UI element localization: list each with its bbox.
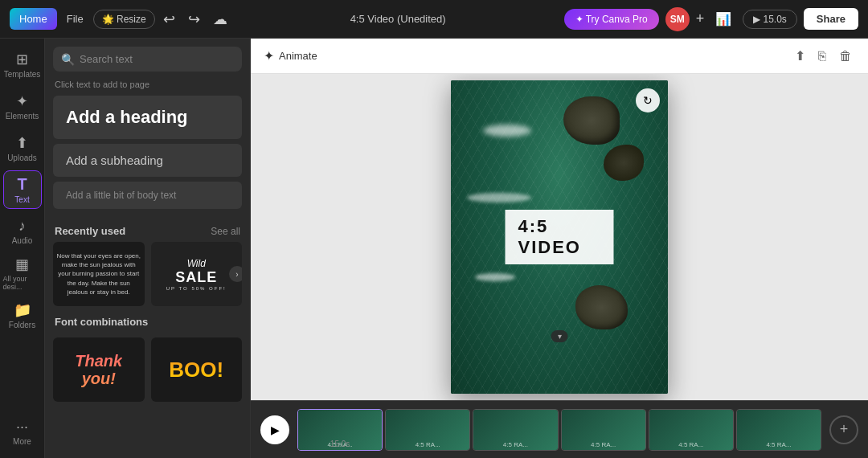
hide-timeline-icon: ▾ xyxy=(558,332,562,341)
all-designs-icon: ▦ xyxy=(15,256,29,273)
uploads-icon: ⬆ xyxy=(16,134,28,152)
add-subheading-button[interactable]: Add a subheading xyxy=(53,144,242,177)
font-combo-boo[interactable]: BOO! xyxy=(151,337,243,402)
document-title: 4:5 Video (Unedited) xyxy=(350,13,446,25)
cloud-save-button[interactable]: ☁ xyxy=(208,7,232,31)
timeline-track: 4:5 RA... 15.0s 4:5 RA... 4:5 RA... xyxy=(297,409,821,451)
sidebar-item-text[interactable]: T Text xyxy=(3,170,42,209)
upload-toolbar-button[interactable]: ⬆ xyxy=(792,45,809,67)
text-styles-section: Add a heading Add a subheading Add a lit… xyxy=(45,96,250,217)
animate-icon: ✦ xyxy=(264,48,274,63)
timeline-thumb-5[interactable]: 4:5 RA... xyxy=(649,409,734,451)
avatar[interactable]: SM xyxy=(665,7,690,31)
font-combos-title: Font combinations xyxy=(55,316,148,328)
timeline-play-button[interactable]: ▶ xyxy=(260,415,289,444)
timeline-thumb-3[interactable]: 4:5 RA... xyxy=(473,409,558,451)
canvas-viewport[interactable]: 4:5 VIDEO ↻ ▾ xyxy=(251,74,868,400)
add-body-text-button[interactable]: Add a little bit of body text xyxy=(53,182,242,209)
thumb-label-6: 4:5 RA... xyxy=(766,441,791,448)
sidebar-item-label: Text xyxy=(14,195,29,204)
boo-text: BOO! xyxy=(169,358,223,382)
redo-button[interactable]: ↪ xyxy=(183,7,205,31)
timeline-thumb-4[interactable]: 4:5 RA... xyxy=(561,409,646,451)
templates-icon: ⊞ xyxy=(16,51,28,68)
expand-arrow-button[interactable]: › xyxy=(229,266,242,282)
file-button[interactable]: File xyxy=(60,10,90,28)
sidebar-item-label: More xyxy=(13,437,31,446)
video-title-overlay[interactable]: 4:5 VIDEO xyxy=(506,210,614,264)
add-collaborator-button[interactable]: + xyxy=(696,10,705,27)
recent-text-item[interactable]: Now that your eyes are open, make the su… xyxy=(53,242,145,306)
thumb-label-4: 4:5 RA... xyxy=(591,441,616,448)
search-icon: 🔍 xyxy=(61,53,75,66)
recently-used-title: Recently used xyxy=(55,225,125,237)
topbar-center: 4:5 Video (Unedited) xyxy=(239,13,558,25)
sidebar-item-label: Templates xyxy=(4,70,41,79)
animate-button[interactable]: ✦ Animate xyxy=(264,48,317,63)
recent-wild-sale-item[interactable]: Wild SALE UP TO 50% OFF! › xyxy=(151,242,243,306)
video-title-text: 4:5 VIDEO xyxy=(518,216,601,258)
resize-button[interactable]: 🌟 Resize xyxy=(93,10,155,29)
sidebar-item-label: Uploads xyxy=(7,153,37,162)
sidebar-icons: ⊞ Templates ✦ Elements ⬆ Uploads T Text … xyxy=(0,39,45,458)
main-area: ⊞ Templates ✦ Elements ⬆ Uploads T Text … xyxy=(0,39,868,458)
recently-used-grid: Now that your eyes are open, make the su… xyxy=(45,242,250,316)
timeline-thumb-2[interactable]: 4:5 RA... xyxy=(385,409,470,451)
add-page-button[interactable]: + xyxy=(829,415,858,444)
thumb-label-3: 4:5 RA... xyxy=(503,441,528,448)
sidebar-item-audio[interactable]: ♪ Audio xyxy=(3,212,42,251)
share-button[interactable]: Share xyxy=(804,8,858,30)
thumb-inner-5: 4:5 RA... xyxy=(649,410,733,450)
more-icon: ··· xyxy=(16,419,28,436)
video-canvas: 4:5 VIDEO ↻ xyxy=(451,80,668,394)
sidebar-item-label: Folders xyxy=(9,321,35,329)
undo-button[interactable]: ↩ xyxy=(158,7,180,31)
search-input[interactable] xyxy=(80,47,234,72)
refresh-button[interactable]: ↻ xyxy=(636,88,660,112)
analytics-button[interactable]: 📊 xyxy=(710,8,736,30)
timeline: ▶ 4:5 RA... 15.0s 4:5 RA... 4:5 RA... xyxy=(251,400,868,458)
font-combinations-header: Font combinations xyxy=(45,316,250,333)
font-combos-grid: Thankyou! BOO! xyxy=(45,337,250,402)
recent-text-preview: Now that your eyes are open, make the su… xyxy=(53,248,145,300)
timeline-thumb-6[interactable]: 4:5 RA... xyxy=(736,409,821,451)
add-heading-button[interactable]: Add a heading xyxy=(53,96,242,139)
try-canva-pro-button[interactable]: ✦ Try Canva Pro xyxy=(564,9,659,30)
canvas-area: ✦ Animate ⬆ ⎘ 🗑 4:5 VIDEO xyxy=(251,39,868,458)
search-bar: 🔍 xyxy=(53,47,242,72)
canvas-toolbar-right: ⬆ ⎘ 🗑 xyxy=(792,45,855,67)
topbar-left: Home File 🌟 Resize ↩ ↪ ☁ xyxy=(10,7,232,31)
copy-toolbar-button[interactable]: ⎘ xyxy=(815,46,829,67)
wild-sale-preview: Wild SALE UP TO 50% OFF! xyxy=(166,258,227,291)
sidebar-item-label: All your desi... xyxy=(3,275,42,291)
sidebar-item-folders[interactable]: 📁 Folders xyxy=(3,296,42,334)
left-panel: 🔍 Click text to add to page Add a headin… xyxy=(45,39,251,458)
foam-2 xyxy=(467,193,531,202)
elements-icon: ✦ xyxy=(16,92,28,110)
hide-timeline-button[interactable]: ▾ xyxy=(551,330,568,342)
preview-play-button[interactable]: ▶ 15.0s xyxy=(743,10,797,29)
text-icon: T xyxy=(17,175,27,194)
sidebar-item-elements[interactable]: ✦ Elements xyxy=(3,87,42,125)
sidebar-item-all-designs[interactable]: ▦ All your desi... xyxy=(3,254,42,292)
delete-toolbar-button[interactable]: 🗑 xyxy=(836,46,855,67)
folders-icon: 📁 xyxy=(14,301,31,319)
timeline-thumb-1[interactable]: 4:5 RA... 15.0s xyxy=(297,409,383,451)
foam-1 xyxy=(483,125,531,137)
sidebar-item-uploads[interactable]: ⬆ Uploads xyxy=(3,129,42,167)
sale-text: SALE xyxy=(175,269,217,286)
recently-used-header: Recently used See all xyxy=(45,217,250,242)
font-combo-thank-you[interactable]: Thankyou! xyxy=(53,337,145,402)
audio-icon: ♪ xyxy=(18,218,26,235)
sidebar-item-templates[interactable]: ⊞ Templates xyxy=(3,45,42,84)
thumb-label-2: 4:5 RA... xyxy=(416,441,440,448)
thumb-inner-3: 4:5 RA... xyxy=(473,410,557,450)
see-all-button[interactable]: See all xyxy=(211,226,240,237)
rock-2 xyxy=(604,145,644,181)
sidebar-item-more[interactable]: ··· More xyxy=(3,413,42,452)
click-hint-text: Click text to add to page xyxy=(45,76,250,96)
home-button[interactable]: Home xyxy=(10,8,57,30)
animate-label: Animate xyxy=(279,50,317,62)
wild-text: Wild xyxy=(187,258,206,269)
thumb-inner-6: 4:5 RA... xyxy=(737,410,821,450)
